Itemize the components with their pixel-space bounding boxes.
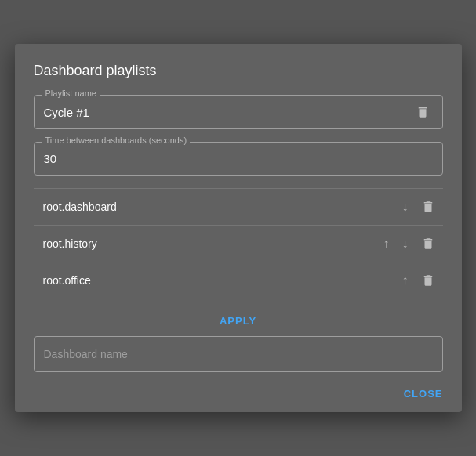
close-button[interactable]: CLOSE bbox=[404, 388, 443, 400]
playlist-name-input[interactable] bbox=[44, 103, 412, 122]
apply-button[interactable]: APPLY bbox=[220, 315, 256, 327]
dialog: Dashboard playlists Playlist name Time b… bbox=[15, 44, 462, 412]
item-name: root.history bbox=[43, 237, 379, 250]
move-up-button[interactable] bbox=[379, 233, 394, 254]
arrow-down-icon bbox=[402, 200, 409, 214]
item-name: root.office bbox=[43, 274, 398, 287]
item-actions bbox=[398, 270, 440, 291]
playlist-delete-button[interactable] bbox=[412, 102, 433, 122]
arrow-up-icon bbox=[402, 273, 409, 288]
time-input[interactable] bbox=[44, 149, 433, 168]
playlist-name-label: Playlist name bbox=[42, 89, 100, 98]
delete-item-button[interactable] bbox=[416, 270, 440, 291]
playlist-name-group: Playlist name bbox=[34, 95, 443, 129]
trash-icon bbox=[421, 200, 435, 214]
item-name: root.dashboard bbox=[43, 201, 398, 213]
delete-item-button[interactable] bbox=[416, 233, 440, 254]
move-up-button[interactable] bbox=[398, 270, 413, 291]
time-label: Time between dashboards (seconds) bbox=[42, 136, 191, 145]
trash-icon bbox=[416, 105, 430, 119]
table-row: root.dashboard bbox=[34, 188, 443, 226]
dashboard-name-input[interactable] bbox=[35, 337, 442, 371]
table-row: root.office bbox=[34, 262, 443, 299]
trash-icon bbox=[421, 273, 435, 288]
item-actions bbox=[379, 233, 440, 254]
arrow-down-icon bbox=[402, 237, 409, 251]
add-dashboard-group bbox=[34, 336, 443, 372]
item-actions bbox=[398, 197, 440, 217]
apply-row: APPLY bbox=[34, 306, 443, 336]
dashboard-list: root.dashboard root.history bbox=[34, 188, 443, 299]
time-group: Time between dashboards (seconds) bbox=[34, 142, 443, 176]
dialog-footer: CLOSE bbox=[34, 385, 443, 400]
dialog-title: Dashboard playlists bbox=[34, 63, 443, 79]
move-down-button[interactable] bbox=[398, 233, 413, 254]
arrow-up-icon bbox=[383, 237, 390, 251]
move-down-button[interactable] bbox=[398, 197, 413, 217]
table-row: root.history bbox=[34, 226, 443, 262]
delete-item-button[interactable] bbox=[416, 197, 440, 217]
trash-icon bbox=[421, 237, 435, 251]
